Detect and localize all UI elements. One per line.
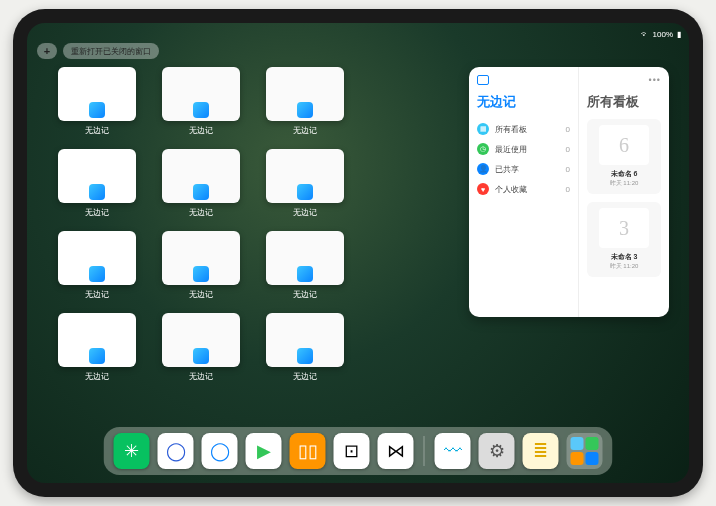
window-thumbnail[interactable]: 无边记 <box>57 67 137 143</box>
reopen-closed-window-button[interactable]: 重新打开已关闭的窗口 <box>63 43 159 59</box>
dock-app-play[interactable]: ▶ <box>246 433 282 469</box>
menu-item-count: 0 <box>566 125 570 134</box>
window-thumbnail[interactable]: 无边记 <box>57 149 137 225</box>
thumbnail-label: 无边记 <box>85 289 109 300</box>
dock-app-dice[interactable]: ⊡ <box>334 433 370 469</box>
dock-app-library[interactable] <box>567 433 603 469</box>
freeform-app-icon <box>89 348 105 364</box>
thumbnail-label: 无边记 <box>189 207 213 218</box>
board-card[interactable]: 6未命名 6昨天 11:20 <box>587 119 661 194</box>
window-thumbnail[interactable]: 无边记 <box>161 149 241 225</box>
window-thumbnail[interactable]: 无边记 <box>265 231 345 307</box>
panel-right-title: 所有看板 <box>587 93 661 111</box>
board-name: 未命名 3 <box>611 252 638 262</box>
board-preview: 6 <box>599 125 649 165</box>
menu-item[interactable]: ▦所有看板0 <box>477 119 570 139</box>
window-grid: 无边记无边记无边记无边记无边记无边记无边记无边记无边记无边记无边记无边记 <box>57 67 449 423</box>
status-right: ᯤ 100% ▮ <box>641 30 681 39</box>
dock: ✳◯◯▶▯▯⊡⋈〰⚙≣ <box>104 427 613 475</box>
freeform-app-icon <box>89 184 105 200</box>
window-thumbnail[interactable]: 无边记 <box>265 149 345 225</box>
dock-app-settings[interactable]: ⚙ <box>479 433 515 469</box>
menu-item[interactable]: ♥个人收藏0 <box>477 179 570 199</box>
board-time: 昨天 11:20 <box>610 262 639 271</box>
dock-app-books[interactable]: ▯▯ <box>290 433 326 469</box>
screen: ᯤ 100% ▮ + 重新打开已关闭的窗口 无边记无边记无边记无边记无边记无边记… <box>27 23 689 483</box>
menu-item-label: 已共享 <box>495 164 519 175</box>
new-window-button[interactable]: + <box>37 43 57 59</box>
status-bar: ᯤ 100% ▮ <box>35 27 681 41</box>
menu-item-label: 所有看板 <box>495 124 527 135</box>
ipad-frame: ᯤ 100% ▮ + 重新打开已关闭的窗口 无边记无边记无边记无边记无边记无边记… <box>13 9 703 497</box>
window-thumbnail[interactable]: 无边记 <box>161 67 241 143</box>
heart-icon: ♥ <box>477 183 489 195</box>
content-area: 无边记无边记无边记无边记无边记无边记无边记无边记无边记无边记无边记无边记 •••… <box>57 67 669 423</box>
menu-item[interactable]: 👤已共享0 <box>477 159 570 179</box>
thumbnail-label: 无边记 <box>85 371 109 382</box>
menu-item-label: 最近使用 <box>495 144 527 155</box>
menu-item-count: 0 <box>566 185 570 194</box>
person-icon: 👤 <box>477 163 489 175</box>
panel-right: 所有看板 6未命名 6昨天 11:203未命名 3昨天 11:20 <box>579 67 669 317</box>
panel-left-title: 无边记 <box>477 93 570 111</box>
battery-label: 100% <box>653 30 673 39</box>
window-thumbnail[interactable]: 无边记 <box>57 313 137 389</box>
grid-icon: ▦ <box>477 123 489 135</box>
thumbnail-label: 无边记 <box>293 125 317 136</box>
side-panel: ••• 无边记 ▦所有看板0◷最近使用0👤已共享0♥个人收藏0 所有看板 6未命… <box>469 67 669 317</box>
thumbnail-label: 无边记 <box>293 371 317 382</box>
menu-item-label: 个人收藏 <box>495 184 527 195</box>
window-thumbnail[interactable]: 无边记 <box>161 313 241 389</box>
menu-item-count: 0 <box>566 165 570 174</box>
dock-app-freeform[interactable]: 〰 <box>435 433 471 469</box>
dock-app-notes[interactable]: ≣ <box>523 433 559 469</box>
window-thumbnail[interactable]: 无边记 <box>265 313 345 389</box>
thumbnail-label: 无边记 <box>189 289 213 300</box>
freeform-app-icon <box>89 102 105 118</box>
thumbnail-label: 无边记 <box>189 125 213 136</box>
board-preview: 3 <box>599 208 649 248</box>
board-time: 昨天 11:20 <box>610 179 639 188</box>
menu-item-count: 0 <box>566 145 570 154</box>
window-thumbnail[interactable]: 无边记 <box>161 231 241 307</box>
menu-item[interactable]: ◷最近使用0 <box>477 139 570 159</box>
dock-app-browser[interactable]: ◯ <box>202 433 238 469</box>
thumbnail-label: 无边记 <box>85 125 109 136</box>
wifi-icon: ᯤ <box>641 30 649 39</box>
window-thumbnail[interactable]: 无边记 <box>57 231 137 307</box>
sidebar-toggle-icon[interactable] <box>477 75 489 85</box>
dock-app-wechat[interactable]: ✳ <box>114 433 150 469</box>
battery-icon: ▮ <box>677 30 681 39</box>
window-thumbnail[interactable]: 无边记 <box>265 67 345 143</box>
more-icon[interactable]: ••• <box>649 75 661 85</box>
freeform-app-icon <box>89 266 105 282</box>
thumbnail-label: 无边记 <box>293 289 317 300</box>
thumbnail-label: 无边记 <box>85 207 109 218</box>
thumbnail-label: 无边记 <box>293 207 317 218</box>
dock-app-quark[interactable]: ◯ <box>158 433 194 469</box>
dock-separator <box>424 436 425 466</box>
clock-icon: ◷ <box>477 143 489 155</box>
top-bar: + 重新打开已关闭的窗口 <box>37 43 159 59</box>
dock-app-connect[interactable]: ⋈ <box>378 433 414 469</box>
panel-left: 无边记 ▦所有看板0◷最近使用0👤已共享0♥个人收藏0 <box>469 67 579 317</box>
board-name: 未命名 6 <box>611 169 638 179</box>
thumbnail-label: 无边记 <box>189 371 213 382</box>
board-card[interactable]: 3未命名 3昨天 11:20 <box>587 202 661 277</box>
